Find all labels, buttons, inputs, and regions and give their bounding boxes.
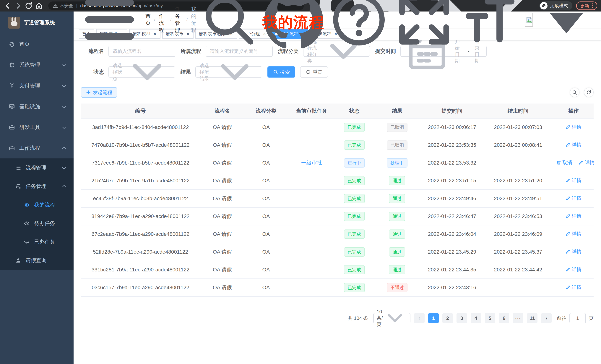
table-header-row: 编号 流程名 流程分类 当前审批任务 状态 结果 提交时间 结束时间 操作	[81, 104, 594, 118]
status-badge: 已完成	[344, 265, 365, 274]
filter-status-label: 状态	[81, 68, 109, 76]
sidebar-item[interactable]: 流程管理	[0, 158, 74, 177]
detail-button[interactable]: 详情	[579, 159, 594, 166]
search-icon[interactable]	[199, 0, 258, 49]
breadcrumb-task-mgmt[interactable]: 任务管理	[175, 6, 183, 34]
user-icon	[15, 258, 21, 263]
sidebar-item[interactable]: 支付管理	[0, 75, 74, 96]
cancel-button[interactable]: 取消	[556, 159, 572, 166]
cell-id: ec45f38f-7b9a-11ec-b03b-acde48001122	[81, 190, 200, 207]
detail-button[interactable]: 详情	[566, 177, 581, 184]
page-button[interactable]: 1	[428, 313, 439, 323]
col-id: 编号	[81, 104, 200, 118]
browser-reload-icon[interactable]	[25, 2, 33, 10]
sidebar-item[interactable]: 首页	[0, 34, 74, 55]
create-process-button[interactable]: 发起流程	[81, 87, 117, 98]
edit-icon	[566, 142, 571, 147]
help-icon[interactable]	[330, 0, 388, 49]
toggle-search-button[interactable]	[570, 87, 580, 97]
page-button[interactable]: 3	[457, 313, 467, 323]
cell-id: 67c2eaab-7b9a-11ec-a290-acde48001122	[81, 225, 200, 243]
detail-button[interactable]: 详情	[566, 124, 581, 130]
reset-button[interactable]: 重置	[300, 67, 328, 77]
col-actions: 操作	[553, 104, 594, 118]
github-icon[interactable]	[264, 0, 323, 49]
page-button[interactable]: 2	[442, 313, 453, 323]
avatar-caret-down-icon[interactable]	[537, 0, 596, 52]
detail-button[interactable]: 详情	[566, 249, 581, 255]
cell-end-time: 2022-01-22 23:44:42	[483, 261, 553, 279]
browser-back-icon[interactable]	[4, 2, 12, 10]
detail-button[interactable]: 详情	[566, 142, 581, 148]
browser-home-icon[interactable]	[35, 2, 43, 10]
detail-button[interactable]: 详情	[566, 266, 581, 273]
result-select[interactable]: 请选择流结果	[195, 67, 262, 77]
cell-id: 2152467e-7b9b-11ec-9a1b-acde48001122	[81, 172, 200, 190]
cell-id: 7317cec6-7b9b-11ec-b5b7-acde48001122	[81, 154, 200, 172]
detail-button[interactable]: 详情	[566, 231, 581, 237]
cell-end-time: 2022-01-23 00:08:41	[483, 136, 553, 154]
table-row: ec45f38f-7b9a-11ec-b03b-acde48001122 OA …	[81, 190, 594, 207]
goto-page-input[interactable]: 1	[570, 313, 586, 323]
page-button[interactable]: 5	[485, 313, 495, 323]
browser-forward-icon[interactable]	[14, 2, 22, 10]
chevron-down-icon	[62, 166, 66, 169]
eye-open-icon	[24, 220, 30, 226]
prev-page-button[interactable]: ‹	[414, 313, 425, 323]
current-task-link[interactable]: 一级审批	[301, 160, 322, 166]
chevron-down-icon	[123, 48, 171, 96]
sidebar-item[interactable]: 任务管理	[0, 177, 74, 196]
app-logo-row: 芋道管理系统	[0, 11, 74, 34]
edit-icon	[566, 178, 571, 183]
app-logo	[8, 17, 20, 29]
detail-button[interactable]: 详情	[566, 284, 581, 290]
detail-button[interactable]: 详情	[566, 195, 581, 201]
fullscreen-icon[interactable]	[395, 0, 453, 49]
app-title: 芋道管理系统	[24, 19, 55, 26]
detail-button[interactable]: 详情	[566, 213, 581, 219]
status-badge: 已完成	[344, 283, 365, 292]
cell-process-name: OA 请假	[200, 136, 245, 154]
result-badge: 不通过	[387, 283, 408, 292]
next-page-button[interactable]: ›	[541, 313, 551, 323]
security-warning: 不安全	[53, 3, 73, 9]
status-badge: 已完成	[344, 194, 365, 203]
page-button[interactable]: 11	[527, 313, 538, 323]
screen: 不安全 | dashboard.yudao.iocoder.cn/bpm/tas…	[0, 0, 601, 364]
sidebar-item[interactable]: 我的流程	[0, 196, 74, 214]
search-icon	[273, 69, 278, 75]
sidebar-item[interactable]: 基础设施	[0, 96, 74, 117]
status-select[interactable]: 请选择状态	[109, 67, 175, 77]
breadcrumb-workflow[interactable]: 工作流程	[159, 6, 167, 34]
sidebar-item[interactable]: 研发工具	[0, 117, 74, 138]
avatar[interactable]	[525, 13, 533, 27]
cell-id: 3ad174fb-7b9d-11ec-8404-acde48001122	[81, 118, 200, 136]
sidebar-item[interactable]: 工作流程	[0, 138, 74, 158]
sidebar: 芋道管理系统 首页 系统管理 支付管理	[0, 11, 74, 364]
refresh-table-button[interactable]	[584, 87, 594, 97]
page-button[interactable]: 4	[471, 313, 481, 323]
page-button[interactable]: 6	[499, 313, 509, 323]
hamburger-icon[interactable]	[79, 0, 140, 50]
refresh-icon	[306, 69, 311, 75]
cell-current-task	[288, 243, 336, 261]
cell-submit-time: 2022-01-22 23:53:32	[421, 154, 483, 172]
cell-process-name: OA 请假	[200, 243, 245, 261]
sidebar-item[interactable]: 系统管理	[0, 55, 74, 75]
font-size-icon[interactable]	[460, 0, 519, 49]
search-button[interactable]: 搜索	[267, 67, 295, 77]
cell-id: 819442e8-7b9a-11ec-a290-acde48001122	[81, 207, 200, 225]
sidebar-item[interactable]: 待办任务	[0, 214, 74, 233]
page-size-select[interactable]: 10条/页	[373, 313, 411, 323]
page-button[interactable]: ···	[513, 313, 523, 323]
top-navbar: 首页 / 工作流程 / 任务管理 / 我的流程	[74, 11, 601, 28]
cell-current-task	[288, 207, 336, 225]
refresh-icon	[586, 90, 591, 95]
breadcrumb-home[interactable]: 首页	[145, 13, 151, 27]
table-row: 7317cec6-7b9b-11ec-b5b7-acde48001122 OA …	[81, 154, 594, 172]
cell-submit-time: 2022-01-22 23:46:47	[421, 207, 483, 225]
chevron-down-icon	[62, 105, 66, 108]
sidebar-item[interactable]: 请假查询	[0, 251, 74, 270]
sidebar-item[interactable]: 已办任务	[0, 233, 74, 251]
money-icon	[9, 83, 15, 89]
